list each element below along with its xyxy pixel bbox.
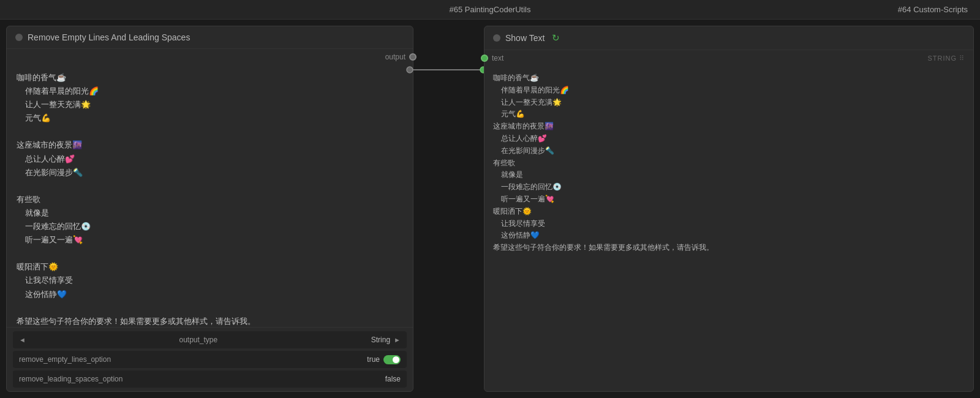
topbar-right-title: #64 Custom-Scripts (898, 5, 968, 14)
left-content-line: 这份恬静💙 (17, 288, 403, 301)
left-content-line: 咖啡的香气☕ (17, 71, 403, 84)
top-bar: #65 PaintingCoderUtils #64 Custom-Script… (0, 0, 980, 20)
input-connector-row: text STRING ⠿ (484, 50, 973, 66)
output-type-row: ◄ output_type String ► (13, 331, 407, 348)
left-node-panel: Remove Empty Lines And Leading Spaces ou… (6, 26, 413, 392)
right-content-line: 让人一整天充满🌟 (493, 97, 965, 109)
left-node-footer: ◄ output_type String ► remove_empty_line… (7, 327, 413, 391)
left-content-line: 总让人心醉💕 (17, 152, 403, 166)
left-content-line (17, 247, 403, 260)
output-connector-row: output (7, 49, 413, 65)
remove-empty-value: true (367, 355, 401, 364)
string-badge: STRING ⠿ (927, 54, 965, 62)
left-content-line: 希望这些句子符合你的要求！如果需要更多或其他样式，请告诉我。 (17, 315, 403, 327)
output-type-label: output_type (179, 336, 217, 344)
left-node-content: 咖啡的香气☕ 伴随着早晨的阳光🌈 让人一整天充满🌟 元气💪 这座城市的夜景🌆 总… (7, 65, 413, 327)
right-content-line: 听一遍又一遍💘 (493, 193, 965, 206)
left-node-title: Remove Empty Lines And Leading Spaces (28, 32, 190, 42)
left-content-line (17, 125, 403, 138)
left-content-line: 有些歌 (17, 193, 403, 206)
right-content-line: 这份恬静💙 (493, 230, 965, 242)
right-content-line: 总让人心醉💕 (493, 133, 965, 145)
output-type-arrow-left[interactable]: ◄ (19, 336, 26, 344)
remove-empty-label: remove_empty_lines_option (19, 355, 111, 364)
output-connector-label: output (385, 53, 405, 61)
right-node-content: 咖啡的香气☕ 伴随着早晨的阳光🌈 让人一整天充满🌟 元气💪这座城市的夜景🌆 总让… (484, 66, 973, 391)
right-content-line: 一段难忘的回忆💿 (493, 181, 965, 193)
refresh-icon[interactable]: ↻ (552, 32, 560, 43)
left-content-line (17, 301, 403, 315)
topbar-title: #65 PaintingCoderUtils (450, 5, 531, 14)
right-content-line: 元气💪 (493, 108, 965, 121)
left-content-line (17, 179, 403, 193)
right-node-header: Show Text ↻ (484, 26, 973, 50)
left-content-line: 让人一整天充满🌟 (17, 98, 403, 111)
remove-empty-toggle[interactable] (383, 355, 401, 364)
output-type-arrow-right[interactable]: ► (394, 336, 401, 344)
left-content-line: 让我尽情享受 (17, 274, 403, 287)
remove-spaces-value: false (385, 375, 401, 383)
left-content-line: 这座城市的夜景🌆 (17, 138, 403, 152)
output-connector-dot[interactable] (409, 53, 417, 61)
output-type-value: String ► (371, 336, 401, 344)
left-content-line: 就像是 (17, 206, 403, 220)
right-content-line: 暖阳洒下🌞 (493, 206, 965, 218)
connection-svg (404, 20, 489, 398)
right-content-line: 伴随着早晨的阳光🌈 (493, 84, 965, 97)
right-content-line: 让我尽情享受 (493, 218, 965, 230)
remove-empty-row: remove_empty_lines_option true (13, 351, 407, 368)
right-node-status-dot (493, 34, 500, 42)
right-node-title: Show Text (505, 33, 545, 43)
right-content-line: 希望这些句子符合你的要求！如果需要更多或其他样式，请告诉我。 (493, 242, 965, 254)
left-content-line: 在光影间漫步🔦 (17, 166, 403, 179)
right-content-line: 这座城市的夜景🌆 (493, 121, 965, 133)
remove-spaces-row: remove_leading_spaces_option false (13, 370, 407, 388)
left-node-header: Remove Empty Lines And Leading Spaces (7, 26, 413, 49)
right-content-line: 在光影间漫步🔦 (493, 145, 965, 157)
left-content-line: 一段难忘的回忆💿 (17, 220, 403, 233)
left-content-line: 元气💪 (17, 111, 403, 125)
left-content-line: 暖阳洒下🌞 (17, 260, 403, 274)
right-content-line: 有些歌 (493, 157, 965, 170)
left-node-status-dot (15, 34, 23, 41)
input-connector-dot[interactable] (481, 54, 488, 62)
right-content-line: 咖啡的香气☕ (493, 72, 965, 84)
left-content-line: 听一遍又一遍💘 (17, 233, 403, 247)
right-node-panel: Show Text ↻ text STRING ⠿ 咖啡的香气☕ 伴随着早晨的阳… (484, 26, 974, 392)
input-connector-label: text (492, 54, 503, 62)
left-content-line: 伴随着早晨的阳光🌈 (17, 84, 403, 98)
right-content-line: 就像是 (493, 169, 965, 181)
workspace: Remove Empty Lines And Leading Spaces ou… (0, 20, 980, 398)
remove-spaces-label: remove_leading_spaces_option (19, 375, 123, 383)
